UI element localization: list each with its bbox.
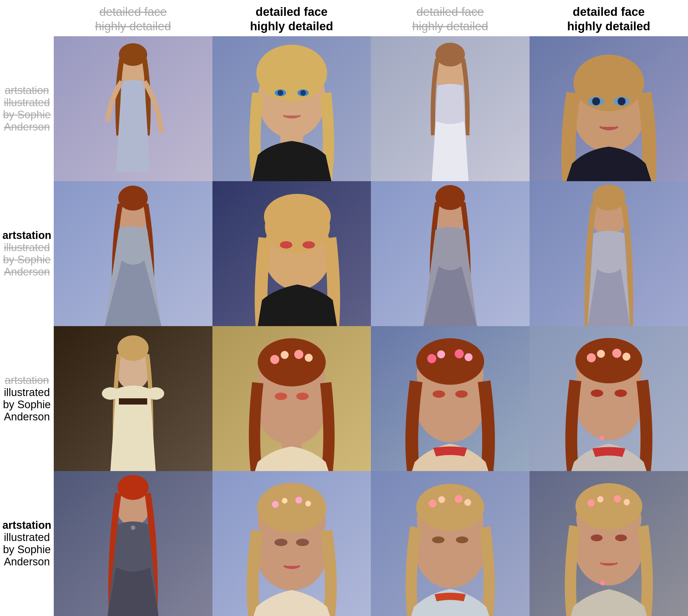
svg-point-114: [591, 534, 602, 541]
svg-point-21: [592, 97, 600, 105]
svg-point-80: [599, 436, 604, 440]
svg-point-6: [256, 45, 327, 101]
svg-point-32: [302, 241, 315, 248]
corner-cell: [0, 0, 54, 36]
image-r4c2: [212, 471, 371, 616]
row-label-1: artstation illustrated by Sophie Anderso…: [0, 36, 54, 181]
image-r1c4: [530, 36, 688, 181]
image-r3c3: [371, 326, 530, 471]
svg-point-52: [258, 338, 326, 387]
svg-point-45: [117, 335, 148, 361]
svg-point-58: [296, 393, 308, 400]
svg-point-10: [300, 90, 306, 96]
svg-point-26: [118, 186, 148, 211]
svg-point-9: [277, 90, 283, 96]
row1-artstation: artstation: [5, 84, 49, 96]
svg-point-101: [438, 496, 445, 503]
row2-artstation: artstation: [2, 229, 51, 241]
svg-point-79: [615, 390, 627, 397]
svg-point-115: [615, 534, 627, 541]
svg-point-112: [614, 495, 621, 503]
svg-point-93: [305, 501, 311, 506]
col2-line2: highly detailed: [250, 19, 333, 34]
svg-point-111: [597, 496, 603, 503]
col-header-1: detailed face highly detailed: [54, 0, 212, 36]
svg-point-110: [587, 499, 595, 507]
col-header-4: detailed face highly detailed: [530, 0, 688, 36]
svg-point-116: [600, 580, 605, 586]
svg-point-57: [275, 393, 287, 400]
row4-anderson: Anderson: [4, 556, 50, 568]
col3-line1: detailed face: [416, 5, 484, 19]
row3-artstation: artstation: [5, 374, 49, 387]
svg-point-84: [117, 475, 148, 500]
row2-illustrated: illustrated by Sophie: [3, 241, 51, 266]
svg-point-68: [433, 390, 445, 398]
svg-point-89: [257, 483, 326, 533]
row-label-2: artstation illustrated by Sophie Anderso…: [0, 181, 54, 326]
svg-point-67: [464, 353, 473, 361]
svg-text:✦: ✦: [459, 219, 462, 223]
row4-illustrated: illustrated by Sophie: [3, 531, 51, 556]
col1-line2: highly detailed: [95, 19, 171, 34]
image-r1c3: [371, 36, 530, 181]
svg-point-95: [296, 539, 309, 546]
image-r3c4: [530, 326, 688, 471]
svg-point-53: [270, 355, 279, 364]
row-label-3: artstation illustrated by Sophie Anderso…: [0, 326, 54, 471]
svg-point-91: [282, 498, 288, 504]
row1-anderson: Anderson: [4, 121, 50, 133]
svg-point-75: [597, 350, 605, 358]
svg-rect-46: [119, 398, 147, 404]
row4-artstation: artstation: [2, 519, 51, 531]
svg-point-76: [612, 349, 621, 358]
svg-point-109: [575, 483, 642, 530]
row3-anderson: Anderson: [4, 411, 50, 423]
svg-point-15: [435, 43, 465, 67]
row-label-4: artstation illustrated by Sophie Anderso…: [0, 471, 54, 616]
svg-point-66: [455, 349, 464, 358]
svg-point-55: [294, 350, 303, 359]
row3-illustrated: illustrated by Sophie: [3, 387, 51, 411]
image-r1c1: [54, 36, 212, 181]
col4-line1: detailed face: [573, 5, 645, 19]
image-r1c2: [212, 36, 371, 181]
svg-point-94: [274, 539, 288, 546]
image-r3c2: [212, 326, 371, 471]
svg-point-103: [464, 499, 471, 506]
svg-point-69: [455, 390, 467, 398]
svg-point-30: [264, 194, 331, 239]
image-r4c1: [54, 471, 212, 616]
image-r2c1: [54, 181, 212, 326]
svg-point-65: [437, 350, 445, 358]
svg-point-100: [429, 500, 436, 508]
svg-point-78: [591, 390, 603, 397]
svg-point-47: [102, 387, 119, 400]
col2-line1: detailed face: [256, 5, 327, 19]
svg-point-48: [147, 387, 164, 400]
image-r4c4: [530, 471, 688, 616]
svg-point-54: [281, 351, 289, 359]
svg-point-90: [272, 501, 279, 508]
svg-point-104: [432, 536, 444, 543]
row1-illustrated: illustrated by Sophie: [3, 96, 51, 121]
col-header-3: detailed face highly detailed: [371, 0, 530, 36]
svg-point-113: [623, 499, 630, 505]
svg-point-64: [427, 354, 436, 363]
svg-point-74: [587, 353, 596, 362]
svg-point-41: [592, 184, 625, 211]
col1-line1: detailed face: [99, 5, 167, 19]
row2-anderson: Anderson: [4, 266, 50, 278]
main-grid: detailed face highly detailed detailed f…: [0, 0, 688, 616]
svg-point-31: [280, 241, 292, 248]
image-r2c2: [212, 181, 371, 326]
svg-point-18: [573, 54, 644, 111]
svg-point-36: [435, 185, 465, 210]
svg-point-105: [456, 536, 468, 543]
svg-point-102: [455, 495, 462, 503]
svg-point-92: [295, 497, 302, 504]
image-r2c4: [530, 181, 688, 326]
image-r3c1: [54, 326, 212, 471]
svg-point-73: [575, 338, 642, 383]
col-header-2: detailed face highly detailed: [212, 0, 371, 36]
